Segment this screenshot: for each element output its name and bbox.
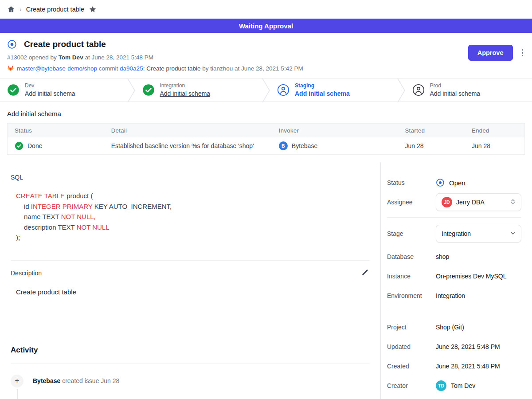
instance-value: On-premises Dev MySQL <box>436 273 521 280</box>
breadcrumb-page-title[interactable]: Create product table <box>26 6 84 13</box>
breadcrumb: › Create product table <box>0 0 532 19</box>
task-table: Status Detail Invoker Started Ended Done <box>7 123 525 155</box>
updated-label: Updated <box>387 343 436 350</box>
stage-row: Stage Integration <box>387 225 521 243</box>
creator-label: Creator <box>387 382 436 389</box>
commit-label: commit <box>99 65 118 72</box>
sql-statement: CREATE TABLE product ( id INTEGER PRIMAR… <box>16 191 370 243</box>
database-label: Database <box>387 253 436 260</box>
stage-separator-chevron <box>262 78 270 102</box>
column-header-invoker: Invoker <box>272 124 398 138</box>
commit-message: : Create product table <box>143 65 201 72</box>
task-section: Add initial schema Status Detail Invoker… <box>0 102 532 162</box>
stage-integration[interactable]: Integration Add initial schema <box>135 78 262 102</box>
sidebar-divider <box>387 217 521 218</box>
creator-value: Tom Dev <box>451 382 475 389</box>
commit-hash-link[interactable]: da90a25 <box>120 65 143 72</box>
stage-task-label: Add initial schema <box>160 90 211 98</box>
pencil-icon <box>361 269 369 276</box>
home-icon[interactable] <box>7 5 15 13</box>
task-detail-text: Established baseline version %s for data… <box>104 137 272 155</box>
chevron-up-down-icon <box>509 198 516 207</box>
environment-label: Environment <box>387 292 436 299</box>
assignee-value: Jerry DBA <box>456 199 505 206</box>
activity-heading: Activity <box>11 346 370 355</box>
approve-button[interactable]: Approve <box>468 45 513 61</box>
environment-row: Environment Integration <box>387 287 521 305</box>
open-status-icon <box>436 178 445 187</box>
edit-description-button[interactable] <box>360 268 370 279</box>
table-row[interactable]: Done Established baseline version %s for… <box>8 137 525 155</box>
stage-task-label: Add initial schema <box>295 90 350 98</box>
timeline-line <box>17 388 18 399</box>
commit-author-time: by tianzhou at June 28, 2021 5:42 PM <box>202 65 303 72</box>
issue-meta: #13002 opened by Tom Dev at June 28, 202… <box>7 54 525 61</box>
status-banner: Waiting Approval <box>0 19 532 33</box>
invoker-name: Bytebase <box>292 142 317 149</box>
check-circle-icon <box>142 84 155 96</box>
activity-text: created issue Jun 28 <box>62 377 119 384</box>
description-label: Description <box>11 270 42 277</box>
section-divider <box>11 260 370 261</box>
stage-label: Stage <box>387 230 436 237</box>
database-row: Database shop <box>387 248 521 266</box>
project-label: Project <box>387 324 436 331</box>
updated-value: June 28, 2021 5:48 PM <box>436 343 521 350</box>
stage-env-label: Integration <box>160 82 211 89</box>
sql-section-label: SQL <box>11 174 370 181</box>
activity-timeline: + Bytebase created issue Jun 28 <box>11 375 370 399</box>
chevron-down-icon <box>509 230 516 238</box>
table-header-row: Status Detail Invoker Started Ended <box>8 124 525 138</box>
gitlab-icon <box>7 65 14 72</box>
issue-header: Create product table #13002 opened by To… <box>0 33 532 78</box>
issue-opened-at: at June 28, 2021 5:48 PM <box>85 54 153 61</box>
instance-row: Instance On-premises Dev MySQL <box>387 267 521 285</box>
assignee-row: Assignee JD Jerry DBA <box>387 193 521 211</box>
issue-detail-panel: SQL CREATE TABLE product ( id INTEGER PR… <box>0 162 380 399</box>
stage-separator-chevron <box>397 78 405 102</box>
environment-value: Integration <box>436 292 521 299</box>
issue-sidebar: Status Open Assignee JD Jerry DBA Stage <box>380 162 532 399</box>
stage-task-label: Add initial schema <box>430 90 481 98</box>
list-item: + Bytebase created issue Jun 28 <box>11 375 370 387</box>
creator-row: Creator TD Tom Dev <box>387 377 521 395</box>
issue-open-icon <box>7 39 17 49</box>
assignee-select[interactable]: JD Jerry DBA <box>436 193 521 211</box>
stage-task-label: Add initial schema <box>25 90 75 98</box>
created-value: June 28, 2021 5:48 PM <box>436 363 521 370</box>
activity-actor: Bytebase <box>33 377 60 384</box>
stage-staging[interactable]: Staging Add initial schema <box>270 78 397 102</box>
page: › Create product table Waiting Approval … <box>0 0 532 399</box>
task-started-date: Jun 28 <box>398 137 465 155</box>
commit-line: master@bytebase-demo/shop commit da90a25… <box>7 65 525 72</box>
more-options-button[interactable] <box>519 47 526 59</box>
assignee-label: Assignee <box>387 199 436 206</box>
updated-row: Updated June 28, 2021 5:48 PM <box>387 338 521 356</box>
user-circle-icon <box>412 84 425 96</box>
stage-prod[interactable]: Prod Add initial schema <box>405 78 532 102</box>
section-divider <box>11 364 370 364</box>
column-header-ended: Ended <box>465 124 524 138</box>
stage-select[interactable]: Integration <box>436 225 521 243</box>
page-title: Create product table <box>24 39 106 49</box>
check-circle-icon <box>7 84 20 96</box>
stage-separator-chevron <box>127 78 135 102</box>
created-label: Created <box>387 363 436 370</box>
user-circle-icon <box>277 84 289 96</box>
stage-env-label: Staging <box>295 82 350 89</box>
star-icon[interactable] <box>89 5 97 13</box>
task-section-heading: Add initial schema <box>7 110 525 117</box>
invoker-avatar: B <box>279 141 288 150</box>
commit-branch-link[interactable]: master@bytebase-demo/shop <box>17 65 97 72</box>
project-value: Shop (Git) <box>436 324 521 331</box>
instance-label: Instance <box>387 273 436 280</box>
created-row: Created June 28, 2021 5:48 PM <box>387 357 521 375</box>
database-value: shop <box>436 253 521 260</box>
stage-env-label: Dev <box>25 82 75 89</box>
status-value: Open <box>449 179 466 187</box>
plus-icon: + <box>11 375 23 387</box>
description-content: Create product table <box>16 288 370 296</box>
task-ended-date: Jun 28 <box>465 137 524 155</box>
stage-dev[interactable]: Dev Add initial schema <box>0 78 127 102</box>
status-banner-text: Waiting Approval <box>239 22 293 30</box>
